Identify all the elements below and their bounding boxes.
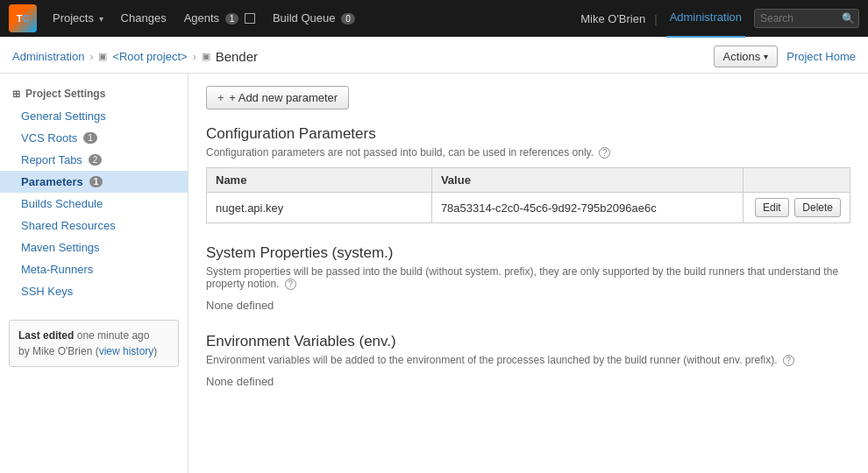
search-icon: 🔍 bbox=[842, 12, 855, 25]
breadcrumb-actions: Actions ▾ Project Home bbox=[714, 46, 856, 67]
config-params-help-icon[interactable]: ? bbox=[599, 147, 610, 159]
system-props-desc: System properties will be passed into th… bbox=[206, 265, 850, 290]
breadcrumb-current: Bender bbox=[216, 49, 258, 64]
col-header-value: Value bbox=[431, 168, 743, 193]
sidebar-item-shared-resources[interactable]: Shared Resources bbox=[0, 215, 188, 236]
nav-right-section: Mike O'Brien | Administration 🔍 bbox=[580, 0, 859, 38]
top-navigation: TC Projects ▾ Changes Agents 1 Build Que… bbox=[0, 0, 868, 37]
env-vars-help-icon[interactable]: ? bbox=[783, 355, 794, 366]
col-header-name: Name bbox=[207, 168, 432, 193]
nav-changes[interactable]: Changes bbox=[112, 0, 175, 37]
footer-time: one minute ago bbox=[77, 329, 150, 342]
build-queue-badge: 0 bbox=[341, 13, 355, 25]
system-props-help-icon[interactable]: ? bbox=[285, 279, 296, 290]
sidebar-item-parameters[interactable]: Parameters 1 bbox=[0, 171, 188, 193]
breadcrumb-admin-link[interactable]: Administration bbox=[12, 50, 84, 63]
delete-param-button[interactable]: Delete bbox=[794, 198, 841, 217]
agents-screen-icon bbox=[245, 13, 255, 24]
footer-by-text: by Mike O'Brien ( bbox=[18, 345, 99, 357]
param-actions-cell: Edit Delete bbox=[743, 193, 850, 223]
sidebar-footer: Last edited one minute ago by Mike O'Bri… bbox=[9, 320, 179, 367]
breadcrumb-sep-2: › bbox=[193, 51, 196, 63]
app-logo[interactable]: TC bbox=[9, 4, 37, 32]
root-project-icon: ▣ bbox=[98, 51, 107, 62]
view-history-link[interactable]: view history bbox=[99, 345, 154, 357]
search-wrapper: 🔍 bbox=[754, 9, 859, 28]
breadcrumb-bar: Administration › ▣ <Root project> › ▣ Be… bbox=[0, 37, 868, 74]
sidebar: ⊞ Project Settings General Settings VCS … bbox=[0, 74, 189, 473]
nav-build-queue[interactable]: Build Queue 0 bbox=[264, 0, 364, 38]
env-vars-desc: Environment variables will be added to t… bbox=[206, 354, 850, 366]
env-vars-title: Environment Variables (env.) bbox=[206, 333, 850, 350]
parameters-badge: 1 bbox=[89, 176, 103, 187]
footer-last-edited: Last edited bbox=[18, 329, 74, 342]
sidebar-item-ssh-keys[interactable]: SSH Keys bbox=[0, 280, 188, 302]
project-home-link[interactable]: Project Home bbox=[786, 50, 856, 63]
breadcrumb-root-project-link[interactable]: <Root project> bbox=[112, 50, 187, 63]
param-name-cell: nuget.api.key bbox=[207, 193, 432, 223]
sidebar-item-meta-runners[interactable]: Meta-Runners bbox=[0, 258, 188, 280]
edit-param-button[interactable]: Edit bbox=[755, 198, 789, 217]
sidebar-item-report-tabs[interactable]: Report Tabs 2 bbox=[0, 149, 188, 171]
config-params-title: Configuration Parameters bbox=[206, 125, 850, 143]
user-name: Mike O'Brien bbox=[580, 12, 645, 25]
system-props-title: System Properties (system.) bbox=[206, 244, 850, 262]
actions-chevron-icon: ▾ bbox=[764, 52, 768, 61]
sidebar-item-general-settings[interactable]: General Settings bbox=[0, 105, 188, 127]
config-params-table: Name Value nuget.api.key 78a53314-c2c0-4… bbox=[206, 167, 850, 223]
logo-icon: TC bbox=[9, 4, 37, 32]
agents-badge: 1 bbox=[225, 13, 239, 25]
table-row: nuget.api.key 78a53314-c2c0-45c6-9d92-79… bbox=[207, 193, 850, 223]
sidebar-item-vcs-roots[interactable]: VCS Roots 1 bbox=[0, 127, 188, 149]
nav-administration[interactable]: Administration bbox=[666, 0, 745, 38]
col-header-actions bbox=[743, 168, 850, 193]
breadcrumb: Administration › ▣ <Root project> › ▣ Be… bbox=[12, 49, 258, 64]
nav-agents[interactable]: Agents 1 bbox=[175, 0, 264, 38]
config-params-desc: Configuration parameters are not passed … bbox=[206, 146, 850, 159]
sidebar-item-builds-schedule[interactable]: Builds Schedule bbox=[0, 193, 188, 215]
nav-projects[interactable]: Projects ▾ bbox=[44, 0, 112, 38]
add-new-parameter-button[interactable]: + + Add new parameter bbox=[206, 86, 349, 109]
main-layout: ⊞ Project Settings General Settings VCS … bbox=[0, 74, 868, 473]
project-settings-icon: ⊞ bbox=[12, 88, 20, 100]
project-icon: ▣ bbox=[202, 51, 210, 62]
env-vars-none: None defined bbox=[206, 375, 850, 388]
report-tabs-badge: 2 bbox=[89, 154, 103, 166]
sidebar-item-maven-settings[interactable]: Maven Settings bbox=[0, 236, 188, 258]
vcs-roots-badge: 1 bbox=[83, 132, 97, 144]
plus-icon: + bbox=[217, 91, 224, 104]
sidebar-section-label: ⊞ Project Settings bbox=[0, 82, 188, 105]
content-area: + + Add new parameter Configuration Para… bbox=[189, 74, 868, 473]
breadcrumb-sep-1: › bbox=[89, 51, 93, 63]
footer-close: ) bbox=[153, 345, 157, 357]
system-props-none: None defined bbox=[206, 299, 850, 312]
param-value-cell: 78a53314-c2c0-45c6-9d92-795b2096ae6c bbox=[431, 193, 743, 223]
actions-button[interactable]: Actions ▾ bbox=[714, 46, 779, 67]
